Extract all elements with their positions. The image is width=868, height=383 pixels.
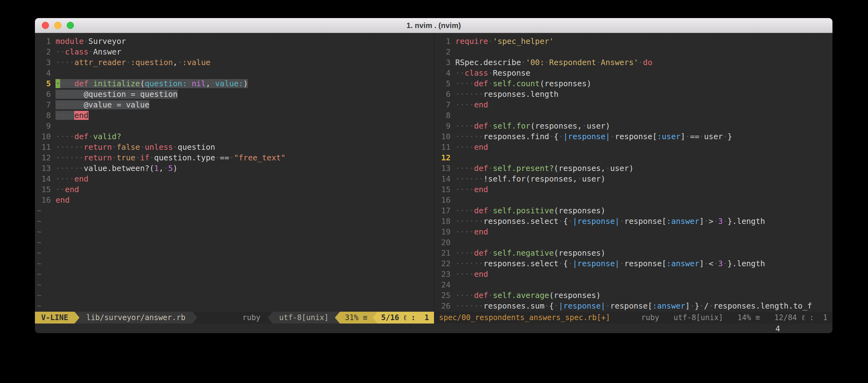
tilde-marker: ~ [37,248,41,257]
token: = [117,100,121,109]
code-text: ······return·true·if·question.type·==·"f… [56,153,286,162]
code-buffer-left[interactable]: 1 module·Surveyor 2 ··class·Answer 3 ···… [35,33,434,312]
code-line[interactable]: 2 [435,47,833,57]
token: ······ [56,90,84,99]
token: @question [84,90,126,99]
code-line[interactable]: 8 [435,110,833,121]
token: ···· [455,100,474,109]
code-line[interactable]: 4 ··class·Response [435,68,833,78]
code-line[interactable]: 10 ····def·valid? [35,131,434,142]
line-number: 10 [436,132,455,141]
line-number: 11 [436,143,455,152]
token: question [140,90,177,99]
code-text: ····end [455,227,488,236]
token: responses.find [484,132,549,141]
code-line[interactable]: 17 ····def·self.positive(responses) [435,206,833,216]
code-line[interactable]: 11 ····end [435,142,833,152]
pane-answer-rb[interactable]: 1 module·Surveyor 2 ··class·Answer 3 ···… [35,33,434,323]
code-line[interactable]: 15 ····end [435,184,833,195]
code-line[interactable]: 8 ····end [35,110,434,121]
token: |response| [563,132,610,141]
tilde-marker: ~ [37,259,41,268]
code-text: ··class·Response [455,69,530,77]
line-number: 26 [436,302,455,310]
pane-spec-rb[interactable]: 1 require·'spec_helper' 2 3 RSpec.descri… [434,33,833,323]
zoom-button[interactable] [67,22,74,29]
token: 1 [154,164,159,173]
token: end [74,111,88,120]
line-number: 11 [37,143,56,152]
code-line[interactable]: 16 end [35,195,434,206]
token: ······ [56,100,84,109]
token: (responses) [549,291,601,300]
code-line[interactable]: 12 [435,152,833,163]
code-line[interactable]: 9 [35,121,434,131]
token: ( [140,79,145,88]
token: (responses) [540,79,591,88]
token: nil [192,79,206,88]
code-line[interactable]: 3 ····attr_reader·:question,·:value [35,57,434,68]
code-line[interactable]: 14 ······!self.for(responses,·user) [435,174,833,184]
token: 'spec_helper' [493,37,554,46]
code-line[interactable]: 21 ····def·self.negative(responses) [435,248,833,258]
code-line[interactable]: 19 ····end [435,227,833,237]
token: end [474,270,488,279]
code-line[interactable]: 9 ····def·self.for(responses,·user) [435,121,833,131]
code-line[interactable]: 3 RSpec.describe·'00:·Respondent·Answers… [435,57,833,68]
code-line[interactable]: 22 ······responses.select·{·|response|·r… [435,258,833,269]
code-line[interactable]: 23 ····end [435,269,833,280]
code-line[interactable]: 20 [435,237,833,248]
code-line[interactable]: 10 ······responses.find·{·|response|·res… [435,131,833,142]
code-line[interactable]: 11 ······return·false·unless·question [35,142,434,152]
token: · [187,79,192,88]
code-line[interactable]: 7 ····end [435,100,833,110]
line-number: 4 [37,69,56,77]
token: · [723,132,727,141]
token: · [56,79,60,88]
showcmd-count: 4 [775,324,780,333]
code-line[interactable]: 5 ····def·self.count(responses) [435,78,833,89]
code-line[interactable]: 14 ····end [35,174,434,184]
nvim-editor: 1 module·Surveyor 2 ··class·Answer 3 ···… [35,33,833,333]
token: > [709,217,713,226]
code-line[interactable]: 6 ······responses.length [435,89,833,100]
token: attr_reader [74,58,126,67]
token: |response| [573,217,620,226]
token: question: [145,79,187,88]
code-line[interactable]: 6 ······@question·=·question [35,89,434,100]
code-buffer-right[interactable]: 1 require·'spec_helper' 2 3 RSpec.descri… [435,33,833,312]
token: · [112,100,117,109]
code-line[interactable]: 7 ······@value·=·value [35,100,434,110]
token: ] [685,302,690,310]
token: RSpec.describe [455,58,521,67]
code-line[interactable]: 13 ····def·self.present?(responses,·user… [435,163,833,174]
token: · [713,217,718,226]
token: true [117,153,135,162]
code-text: ····end [455,100,488,109]
code-line[interactable]: 24 [435,280,833,290]
line-number: 21 [436,248,455,257]
close-button[interactable] [42,22,49,29]
minimize-button[interactable] [54,22,61,29]
code-line[interactable]: 1 module·Surveyor [35,36,434,47]
token: · [558,132,563,141]
code-line[interactable]: 5 ····def·initialize(question:·nil,·valu… [35,78,434,89]
token: · [178,58,182,67]
code-text: ····end [56,174,88,183]
code-line[interactable]: 18 ······responses.select·{·|response|·r… [435,216,833,227]
code-line[interactable]: 1 require·'spec_helper' [435,36,833,47]
token: question [178,143,215,152]
window-titlebar[interactable]: 1. nvim . (nvim) [35,18,833,33]
code-line[interactable]: 15 ··end [35,184,434,195]
code-line[interactable]: 26 ······responses.sum·{·|response|·resp… [435,301,833,311]
code-line[interactable]: 2 ··class·Answer [35,47,434,57]
code-text: ······responses.find·{·|response|·respon… [455,132,732,141]
code-line[interactable]: 12 ······return·true·if·question.type·==… [35,152,434,163]
token: ······ [455,217,483,226]
code-line[interactable]: 13 ······value.between?(1,·5) [35,163,434,174]
line-number: 13 [436,164,455,173]
code-line[interactable]: 16 [435,195,833,206]
code-line[interactable]: 4 [35,68,434,78]
code-line[interactable]: 25 ····def·self.average(responses) [435,290,833,301]
line-number: 9 [37,121,56,131]
